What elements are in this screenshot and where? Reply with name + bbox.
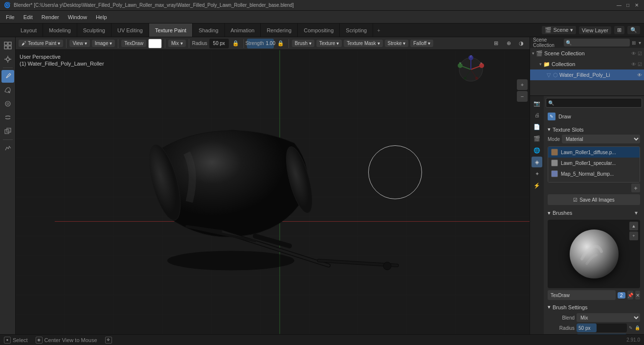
brush-color-swatch[interactable]	[148, 39, 162, 48]
smear-icon[interactable]	[1, 111, 14, 124]
overlay-icon[interactable]: ⊞	[490, 38, 501, 49]
props-physics-icon[interactable]: ⚡	[532, 180, 542, 191]
menu-render[interactable]: Render	[38, 13, 63, 21]
center-view-label: Center View to Mouse	[44, 337, 97, 343]
brush-close-icon[interactable]: ✕	[635, 291, 640, 299]
tab-animation[interactable]: Animation	[225, 23, 261, 37]
save-all-images-button[interactable]: ☑ Save All Images	[548, 194, 640, 205]
tab-rendering[interactable]: Rendering	[261, 23, 298, 37]
zoom-in-button[interactable]: +	[517, 79, 528, 90]
texture-mode-select[interactable]: Material Single Image	[562, 135, 640, 143]
brush-settings-body: Blend Mix Multiply Add Radius	[546, 311, 642, 334]
tab-shading[interactable]: Shading	[193, 23, 224, 37]
scene-selector[interactable]: 🎬 Scene ▾	[542, 26, 576, 34]
soften-icon[interactable]	[1, 97, 14, 110]
add-texture-slot-button[interactable]: +	[631, 184, 640, 192]
brush-name-input[interactable]	[548, 290, 616, 300]
radius-pen-icon[interactable]: ✎	[629, 325, 633, 330]
stroke-menu[interactable]: Stroke ▾	[385, 40, 409, 47]
texture-mask-menu[interactable]: Texture Mask ▾	[344, 40, 382, 47]
texture-item-diffuse[interactable]: Lawn_Roller1_diffuse.p...	[548, 147, 640, 158]
navigation-gizmo[interactable]: X Y Z	[456, 55, 486, 84]
viewport-3d[interactable]: 🖌 Texture Paint ▾ View ▾ Image ▾ TexDraw…	[16, 37, 530, 334]
brush-preview-scroll-up[interactable]: ▲	[629, 222, 638, 230]
clone-icon[interactable]	[1, 125, 14, 138]
center-view-icon: ◉	[36, 337, 43, 344]
draw-brush-icon[interactable]	[1, 70, 14, 83]
view-layer-selector[interactable]: View Layer	[579, 26, 611, 34]
image-menu[interactable]: Image ▾	[92, 40, 115, 47]
annotation-icon[interactable]	[1, 142, 14, 155]
strength-slider[interactable]: 1.000	[577, 334, 627, 334]
outliner-object-water-filled[interactable]: ▽ ⬡ Water_Filled_Poly_Li 👁	[530, 69, 644, 80]
brush-menu[interactable]: Brush ▾	[292, 40, 314, 47]
outliner-options-icon[interactable]: ▾	[639, 40, 641, 46]
strength-lock-icon[interactable]: 🔒	[276, 39, 286, 48]
props-material-icon[interactable]: ◈	[532, 157, 542, 167]
fill-brush-icon[interactable]	[1, 84, 14, 96]
viewport-content[interactable]: User Perspective (1) Water_Filled_Poly_L…	[16, 50, 530, 334]
brush-preview-add[interactable]: +	[629, 231, 638, 240]
scene-collection-vis[interactable]: 👁	[631, 51, 636, 56]
blend-mode-btn[interactable]: Mix ▾	[168, 40, 186, 47]
view-menu[interactable]: View ▾	[69, 40, 89, 47]
topbar-search[interactable]: 🔍	[627, 26, 640, 34]
svg-rect-0	[4, 42, 7, 45]
collection-vis[interactable]: 👁	[631, 62, 636, 67]
radius-slider[interactable]: 50 px	[577, 323, 627, 332]
falloff-menu[interactable]: Falloff ▾	[410, 40, 433, 47]
title-bar: 🌀 Blender* [C:\Users\a y\Desktop\Water_F…	[0, 0, 644, 11]
menu-help[interactable]: Help	[92, 13, 111, 21]
close-button[interactable]: ✕	[633, 2, 640, 9]
brush-settings-title[interactable]: ▾ Brush Settings	[546, 302, 642, 311]
brushes-collapse-btn[interactable]: ▾	[632, 209, 640, 217]
outliner-collection[interactable]: ▾ 📁 Collection 👁 ☑	[530, 59, 644, 69]
brushes-title[interactable]: ▾ Brushes ▾	[546, 207, 642, 218]
radius-lock-icon-2[interactable]: 🔒	[635, 325, 640, 330]
viewport-shading-icon[interactable]: ◑	[516, 38, 527, 49]
props-view-layer-icon[interactable]: 📄	[532, 121, 542, 132]
outliner-filter-icon[interactable]: ⊞	[632, 40, 636, 46]
radius-field[interactable]: 50 px	[209, 39, 229, 48]
outliner-scene-collection[interactable]: ▾ 🎬 Scene Collection 👁 ☑	[530, 48, 644, 59]
props-scene-icon[interactable]: 🎬	[532, 133, 542, 144]
menu-file[interactable]: File	[2, 13, 19, 21]
props-particles-icon[interactable]: ✦	[532, 168, 542, 179]
menu-edit[interactable]: Edit	[20, 13, 37, 21]
render-engine-btn[interactable]: ⊞	[614, 26, 624, 34]
texture-item-normal[interactable]: Map_5_Normal_Bump...	[548, 168, 640, 179]
tab-texture-paint[interactable]: Texture Paint	[149, 23, 193, 37]
object-vis[interactable]: 👁	[637, 72, 642, 78]
tab-scripting[interactable]: Scripting	[340, 23, 373, 37]
radius-lock-icon[interactable]: 🔒	[231, 39, 241, 48]
props-search-input[interactable]	[546, 98, 642, 108]
tab-layout[interactable]: Layout	[15, 23, 43, 37]
zoom-out-button[interactable]: −	[517, 91, 528, 102]
outliner-search-input[interactable]	[564, 39, 630, 46]
brush-name-btn[interactable]: TexDraw	[121, 40, 146, 47]
tab-compositing[interactable]: Compositing	[298, 23, 340, 37]
minimize-button[interactable]: —	[616, 2, 622, 9]
props-world-icon[interactable]: 🌐	[532, 145, 542, 156]
v-sep-3	[244, 39, 244, 48]
tab-modeling[interactable]: Modeling	[43, 23, 77, 37]
add-workspace-button[interactable]: +	[373, 23, 384, 37]
brush-preview-area[interactable]: ▲ +	[548, 220, 640, 288]
tab-uv-editing[interactable]: UV Editing	[111, 23, 149, 37]
blend-select[interactable]: Mix Multiply Add	[577, 313, 640, 322]
texture-item-specular[interactable]: Lawn_Roller1_specular...	[548, 158, 640, 168]
texture-swatch-specular	[551, 160, 558, 166]
mode-selector[interactable]: 🖌 Texture Paint ▾	[19, 40, 63, 47]
maximize-button[interactable]: □	[624, 2, 631, 9]
texture-slots-title[interactable]: ▾ Texture Slots	[546, 124, 642, 134]
scene-collection-check[interactable]: ☑	[638, 51, 642, 56]
brush-pin-icon[interactable]: 📌	[627, 291, 633, 299]
collection-check[interactable]: ☑	[638, 62, 642, 67]
menu-window[interactable]: Window	[64, 13, 91, 21]
props-output-icon[interactable]: 🖨	[532, 110, 542, 120]
texture-menu[interactable]: Texture ▾	[316, 40, 342, 47]
props-render-icon[interactable]: 📷	[532, 98, 542, 109]
gizmo-icon[interactable]: ⊕	[503, 38, 514, 49]
tab-sculpting[interactable]: Sculpting	[77, 23, 111, 37]
strength-field[interactable]: Strength 1.00	[247, 39, 274, 48]
